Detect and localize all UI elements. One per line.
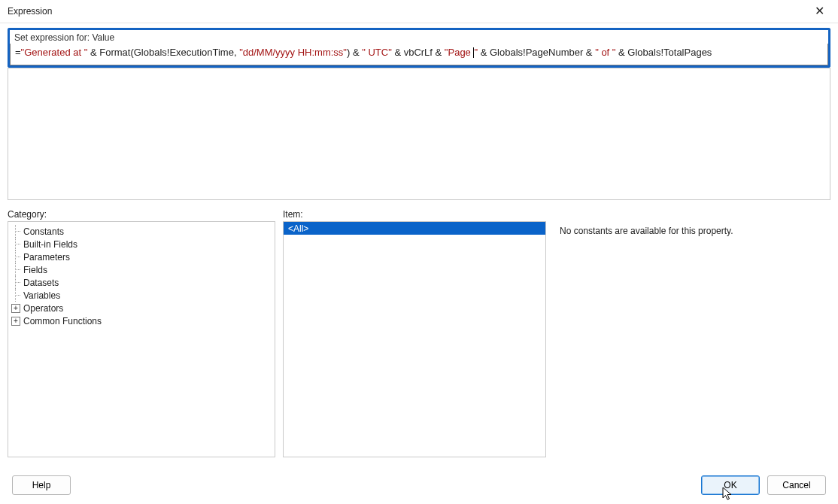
expression-token: " of " [595, 47, 615, 58]
category-tree-item[interactable]: Built-in Fields [11, 238, 275, 250]
tree-connector-icon [11, 263, 20, 276]
expression-token: "Page [445, 47, 474, 58]
cancel-button[interactable]: Cancel [767, 475, 826, 495]
expression-editor-body[interactable] [8, 68, 830, 200]
expression-input[interactable]: ="Generated at " & Format(Globals!Execut… [10, 44, 828, 65]
close-icon[interactable]: ✕ [809, 2, 830, 20]
window-title: Expression [8, 6, 52, 17]
category-tree-item-label: Common Functions [23, 316, 102, 326]
category-tree-item[interactable]: Variables [11, 289, 275, 302]
expression-token: ) & [347, 47, 362, 58]
category-tree-item[interactable]: Datasets [11, 276, 275, 289]
description-label-spacer [554, 209, 830, 220]
tree-connector-icon [11, 250, 20, 263]
category-tree-item-label: Datasets [23, 278, 59, 288]
divider [0, 23, 838, 23]
category-tree-item[interactable]: +Operators [11, 302, 275, 314]
title-bar: Expression ✕ [0, 0, 838, 23]
expression-token: " UTC" [362, 47, 392, 58]
expression-token: "dd/MM/yyyy HH:mm:ss" [239, 47, 347, 58]
expression-token: "Generated at " [21, 47, 88, 58]
tree-connector-icon [11, 289, 20, 302]
category-label: Category: [8, 209, 275, 220]
ok-button[interactable]: OK [701, 475, 760, 495]
category-tree-item[interactable]: Constants [11, 225, 275, 238]
tree-connector-icon [11, 225, 20, 238]
dialog-button-row: Help OK Cancel [0, 475, 838, 495]
tree-connector-icon [11, 276, 20, 289]
category-tree-item-label: Variables [23, 290, 60, 301]
expression-token: & Format(Globals!ExecutionTime, [87, 47, 239, 58]
category-tree-item-label: Fields [23, 265, 47, 275]
tree-expand-icon[interactable]: + [11, 304, 20, 313]
item-label: Item: [283, 209, 546, 220]
expression-token: & Globals!TotalPages [615, 47, 712, 58]
category-tree-item[interactable]: +Common Functions [11, 314, 275, 327]
category-tree-item[interactable]: Parameters [11, 250, 275, 263]
category-tree-item-label: Constants [23, 226, 64, 237]
category-tree-item[interactable]: Fields [11, 263, 275, 276]
expression-token: & vbCrLf & [392, 47, 445, 58]
description-text: No constants are available for this prop… [554, 221, 830, 241]
tree-expand-icon[interactable]: + [11, 317, 20, 326]
expression-token: & Globals!PageNumber & [478, 47, 595, 58]
tree-connector-icon [11, 238, 20, 250]
category-tree-item-label: Built-in Fields [23, 239, 77, 250]
category-tree-item-label: Parameters [23, 252, 70, 263]
expression-token: = [15, 47, 21, 58]
category-tree-panel[interactable]: ConstantsBuilt-in FieldsParametersFields… [8, 221, 275, 457]
item-list-row[interactable]: <All> [284, 222, 545, 235]
expression-editor-highlight: ="Generated at " & Format(Globals!Execut… [8, 44, 830, 68]
help-button[interactable]: Help [12, 475, 71, 495]
category-tree-item-label: Operators [23, 303, 63, 314]
item-list-panel[interactable]: <All> [283, 221, 546, 457]
description-panel: No constants are available for this prop… [554, 221, 830, 457]
set-expression-label: Set expression for: Value [8, 28, 830, 44]
